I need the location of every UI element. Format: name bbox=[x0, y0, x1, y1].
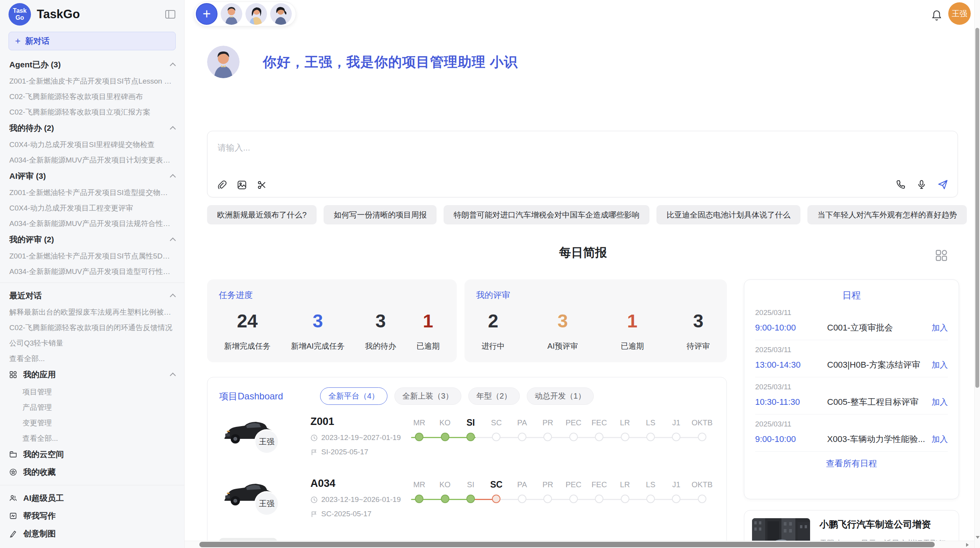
filter-new-platform[interactable]: 全新平台（4） bbox=[320, 387, 387, 405]
add-agent-button[interactable]: + bbox=[196, 3, 218, 25]
project-dates: 2023-12-19~2027-01-19 bbox=[310, 433, 406, 442]
microphone-icon[interactable] bbox=[917, 180, 927, 190]
view-all-schedule-link[interactable]: 查看所有日程 bbox=[755, 452, 948, 476]
list-item[interactable]: A034-全新新能源MUV产品开发项目造型可行性评审 bbox=[0, 263, 184, 279]
app-logo: Task Go bbox=[9, 3, 31, 26]
filter-new-body[interactable]: 全新上装（3） bbox=[394, 387, 461, 405]
section-agent-done[interactable]: Agent已办 (3) bbox=[0, 56, 184, 73]
list-item[interactable]: 解释最新出台的欧盟报废车法规再生塑料比例被调至15%... bbox=[0, 304, 184, 319]
project-row-a034[interactable]: 王强 A034 2023-12-19~2026-01-19 SC-2025-05… bbox=[207, 470, 726, 532]
sidebar-item-cloud-space[interactable]: 我的云空间 bbox=[0, 445, 184, 463]
join-link[interactable]: 加入 bbox=[932, 360, 948, 370]
scissors-icon[interactable] bbox=[257, 180, 267, 190]
plus-icon: + bbox=[15, 36, 21, 46]
image-icon[interactable] bbox=[237, 180, 247, 190]
sidebar-collapse-icon[interactable] bbox=[165, 9, 176, 19]
agent-avatar-1[interactable] bbox=[221, 3, 242, 25]
list-item[interactable]: C02-飞腾新能源轻客改款项目立项汇报方案 bbox=[0, 104, 184, 119]
milestone-track bbox=[406, 433, 715, 443]
suggestion-chip[interactable]: 特朗普可能对进口汽车增税会对中国车企造成哪些影响 bbox=[444, 205, 649, 224]
list-item[interactable]: C02-飞腾新能源轻客改款项目的闭环通告反馈情况 bbox=[0, 319, 184, 335]
project-code: A034 bbox=[310, 478, 406, 490]
view-all-apps[interactable]: 查看全部... bbox=[0, 430, 184, 445]
stat-value: 3 bbox=[365, 310, 396, 332]
sidebar-item-help-me-write[interactable]: 帮我写作 bbox=[0, 507, 184, 525]
stat-new-done: 24 新增完成任务 bbox=[224, 310, 271, 351]
list-item[interactable]: C0X4-动力总成开发项目工程变更评审 bbox=[0, 200, 184, 215]
agent-avatar-3[interactable] bbox=[270, 3, 292, 25]
user-avatar[interactable]: 王强 bbox=[948, 2, 971, 25]
milestone-label: PA bbox=[509, 417, 535, 428]
user-avatar-name: 王强 bbox=[952, 9, 967, 19]
list-item[interactable]: C0X4-动力总成开发项目SI里程碑提交物检查 bbox=[0, 136, 184, 152]
milestone-timeline: MR KO SI SC PA PR PEC FEC LR LS J1 OKTB bbox=[406, 476, 715, 505]
view-all-chats[interactable]: 查看全部... bbox=[0, 350, 184, 366]
list-item[interactable]: 公司Q3轻卡销量 bbox=[0, 335, 184, 350]
suggestion-chip[interactable]: 欧洲新规最近颁布了什么? bbox=[207, 205, 317, 224]
project-owner-badge: 王强 bbox=[255, 492, 278, 515]
layout-grid-icon[interactable] bbox=[934, 248, 949, 265]
new-chat-button[interactable]: + 新对话 bbox=[9, 32, 176, 50]
horizontal-scrollbar-thumb[interactable] bbox=[199, 542, 935, 547]
stat-label: 新增AI完成任务 bbox=[291, 341, 345, 351]
stat-value: 2 bbox=[481, 310, 505, 332]
daily-brief-header: 每日简报 bbox=[207, 245, 959, 261]
project-row-z001[interactable]: 王强 Z001 2023-12-19~2027-01-19 SI-2025-05… bbox=[207, 408, 726, 470]
sidebar-item-project-mgmt[interactable]: 项目管理 bbox=[0, 384, 184, 399]
assistant-avatar bbox=[207, 46, 240, 78]
dashboard-filters: 全新平台（4） 全新上装（3） 年型（2） 动总开发（1） bbox=[320, 387, 594, 405]
dashboard-title: 项目Dashboard bbox=[219, 390, 283, 402]
event-date: 2025/03/11 bbox=[755, 420, 948, 428]
sidebar-item-product-mgmt[interactable]: 产品管理 bbox=[0, 399, 184, 414]
milestone-dot bbox=[698, 433, 706, 441]
send-icon[interactable] bbox=[937, 179, 948, 190]
list-item[interactable]: A034-全新新能源MUV产品开发项目计划变更表编写 bbox=[0, 152, 184, 167]
suggestion-chip[interactable]: 比亚迪全固态电池计划具体说了什么 bbox=[656, 205, 800, 224]
main-area: + bbox=[185, 0, 980, 548]
sidebar-item-creative-drawing[interactable]: 创意制图 bbox=[0, 525, 184, 543]
milestone-dot bbox=[621, 495, 629, 503]
scroll-right-arrow-icon[interactable] bbox=[966, 543, 969, 547]
milestone-label: PA bbox=[509, 479, 535, 490]
join-link[interactable]: 加入 bbox=[932, 322, 948, 333]
list-item[interactable]: C02-飞腾新能源轻客改款项目里程碑画布 bbox=[0, 88, 184, 104]
filter-model-year[interactable]: 年型（2） bbox=[468, 387, 520, 405]
pen-icon bbox=[9, 530, 18, 538]
section-my-review[interactable]: 我的评审 (2) bbox=[0, 231, 184, 248]
event-name: X003-车辆动力学性能验... bbox=[827, 433, 926, 445]
stat-value: 1 bbox=[416, 310, 440, 332]
suggestion-chip[interactable]: 当下年轻人对汽车外观有怎样的喜好趋势 bbox=[807, 205, 967, 224]
phone-call-icon[interactable] bbox=[896, 180, 906, 190]
list-item[interactable]: Z001-全新燃油轻卡产品开发项目SI造型提交物评审 bbox=[0, 184, 184, 200]
attachment-icon[interactable] bbox=[217, 180, 227, 190]
scroll-down-arrow-icon[interactable] bbox=[976, 536, 980, 539]
vertical-scrollbar-thumb[interactable] bbox=[975, 28, 979, 388]
sidebar-item-my-apps[interactable]: 我的应用 bbox=[0, 366, 184, 384]
divider bbox=[0, 485, 184, 485]
milestone-dots bbox=[406, 433, 715, 443]
stat-label: 我的待办 bbox=[365, 341, 396, 351]
sidebar-item-ai-super-staff[interactable]: AI超级员工 bbox=[0, 489, 184, 507]
list-item[interactable]: Z001-全新燃油轻卡产品开发项目SI节点属性5D文件评审 bbox=[0, 248, 184, 263]
section-my-todo[interactable]: 我的待办 (2) bbox=[0, 119, 184, 136]
chevron-up-icon bbox=[170, 293, 176, 300]
card-title: 我的评审 bbox=[476, 289, 715, 301]
section-recent-chats[interactable]: 最近对话 bbox=[0, 287, 184, 304]
event-name: C005-整车工程目标评审 bbox=[827, 396, 926, 408]
project-dates: 2023-12-19~2026-01-19 bbox=[310, 495, 406, 504]
sidebar-item-label: 帮我写作 bbox=[23, 510, 56, 521]
sidebar-item-change-mgmt[interactable]: 变更管理 bbox=[0, 414, 184, 430]
agent-avatar-2[interactable] bbox=[245, 3, 267, 25]
notification-bell-icon[interactable] bbox=[931, 9, 942, 22]
join-link[interactable]: 加入 bbox=[932, 434, 948, 445]
suggestion-chip[interactable]: 如何写一份清晰的项目周报 bbox=[324, 205, 437, 224]
event-time: 9:00-10:00 bbox=[755, 323, 827, 333]
list-item[interactable]: A034-全新新能源MUV产品开发项目法规符合性评审 bbox=[0, 215, 184, 231]
filter-powertrain[interactable]: 动总开发（1） bbox=[527, 387, 594, 405]
section-ai-review[interactable]: AI评审 (3) bbox=[0, 167, 184, 184]
project-image-wrap: 王强 bbox=[219, 414, 310, 461]
chat-input[interactable] bbox=[218, 143, 759, 153]
sidebar-item-favorites[interactable]: 我的收藏 bbox=[0, 463, 184, 481]
join-link[interactable]: 加入 bbox=[932, 397, 948, 408]
list-item[interactable]: Z001-全新燃油皮卡产品开发项目SI节点Lesson Learn报告 bbox=[0, 73, 184, 88]
